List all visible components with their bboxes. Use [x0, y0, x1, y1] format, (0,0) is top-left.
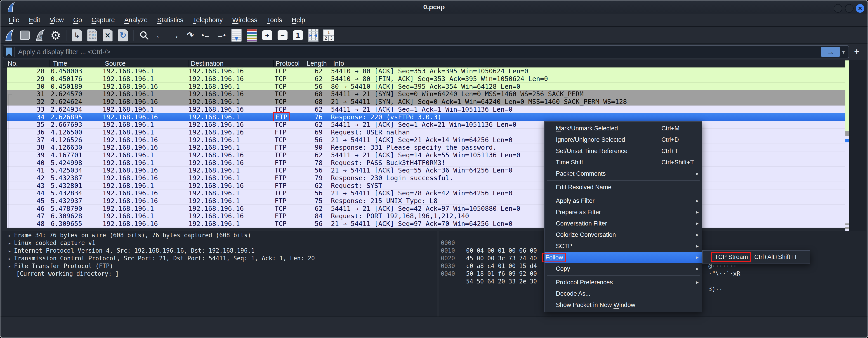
menubar-item[interactable]: Tools — [262, 13, 287, 27]
start-capture-button[interactable] — [4, 28, 16, 43]
packet-row[interactable]: 42 5.432387 192.168.196.16 192.168.196.1… — [7, 174, 845, 182]
layout-button[interactable]: 1 23 — [323, 28, 335, 43]
open-file-button[interactable]: ↳ — [71, 28, 83, 43]
restart-capture-button[interactable]: ↺ — [34, 28, 46, 43]
packet-row[interactable]: 37 4.126526 192.168.196.16 192.168.196.1… — [7, 136, 845, 144]
packet-row[interactable]: 30 0.450189 192.168.196.16 192.168.196.1… — [7, 83, 845, 90]
context-menu-item[interactable]: Conversation Filter ▸ — [545, 218, 702, 229]
context-menu-item[interactable]: Mark/Unmark Selected Ctrl+M — [545, 123, 702, 134]
detail-row[interactable]: ▸Internet Protocol Version 4, Src: 192.1… — [2, 247, 437, 254]
expand-arrow-icon[interactable]: ▸ — [8, 240, 14, 247]
packet-row[interactable]: 31 2.624570 192.168.196.1 192.168.196.16… — [7, 90, 845, 98]
packet-row[interactable]: 43 5.432801 192.168.196.1 192.168.196.16… — [7, 182, 845, 190]
menubar-item[interactable]: File — [4, 13, 24, 27]
context-menu-item[interactable]: SCTP ▸ — [545, 241, 702, 252]
detail-row[interactable]: ▸Transmission Control Protocol, Src Port… — [2, 254, 437, 262]
minimize-button[interactable] — [834, 4, 842, 13]
filter-dropdown-caret-icon[interactable]: ▾ — [842, 49, 845, 55]
column-header-destination[interactable]: Destination — [191, 60, 223, 67]
context-menu-item[interactable]: Time Shift... Ctrl+Shift+T — [545, 157, 702, 168]
packet-row[interactable]: 39 4.167701 192.168.196.1 192.168.196.16… — [7, 151, 845, 159]
detail-row[interactable]: ▸File Transfer Protocol (FTP) — [2, 262, 437, 270]
capture-options-button[interactable]: ⚙ — [50, 28, 61, 43]
zoom-100-button[interactable]: 1 — [292, 28, 304, 43]
colorize-button[interactable] — [246, 28, 258, 43]
packet-row[interactable]: 48 6.309655 192.168.196.16 192.168.196.1… — [7, 220, 845, 228]
zoom-out-button[interactable]: − — [277, 28, 288, 43]
column-header-info[interactable]: Info — [333, 60, 344, 67]
expand-arrow-icon[interactable]: ▸ — [8, 263, 14, 270]
context-menu-item[interactable]: Packet Comments ▸ — [545, 168, 702, 179]
detail-row[interactable]: ▸Linux cooked capture v1 — [2, 239, 437, 247]
context-menu-item[interactable]: Follow ▸ — [545, 252, 702, 263]
packet-row[interactable]: 47 6.309628 192.168.196.1 192.168.196.16… — [7, 213, 845, 220]
packet-row[interactable]: 38 4.126630 192.168.196.16 192.168.196.1… — [7, 144, 845, 151]
submenu-item-tcp-stream[interactable]: TCP Stream — [711, 252, 751, 262]
menubar-item[interactable]: Telephony — [188, 13, 227, 27]
go-last-packet-button[interactable]: →• — [215, 28, 227, 43]
packet-row[interactable]: 45 5.432937 192.168.196.16 192.168.196.1… — [7, 197, 845, 205]
zoom-in-button[interactable]: + — [261, 28, 273, 43]
packet-row[interactable]: 41 5.425034 192.168.196.16 192.168.196.1… — [7, 167, 845, 174]
packet-row[interactable]: 44 5.432834 192.168.196.16 192.168.196.1… — [7, 190, 845, 197]
context-menu-item[interactable]: Ignore/Unignore Selected Ctrl+D — [545, 134, 702, 145]
display-filter-input[interactable] — [18, 48, 821, 56]
packet-row[interactable]: 32 2.624624 192.168.196.16 192.168.196.1… — [7, 98, 845, 106]
expand-arrow-icon[interactable]: ▸ — [8, 247, 14, 255]
packet-row[interactable]: 28 0.450003 192.168.196.1 192.168.196.16… — [7, 67, 845, 75]
menu-label: elp — [296, 16, 305, 24]
context-menu-item[interactable]: Show Packet in New Window — [545, 299, 702, 311]
menubar-item[interactable]: Wireless — [227, 13, 262, 27]
context-menu-item[interactable]: Copy ▸ — [545, 263, 702, 274]
maximize-button[interactable] — [845, 4, 854, 13]
packet-row[interactable]: 40 5.424998 192.168.196.1 192.168.196.16… — [7, 159, 845, 167]
reload-file-button[interactable]: ↻ — [117, 28, 129, 43]
go-back-button[interactable]: ← — [154, 28, 165, 43]
scrollbar-minimap[interactable] — [845, 60, 849, 231]
context-menu-item[interactable]: Decode As... — [545, 288, 702, 299]
find-packet-button[interactable] — [138, 28, 150, 43]
detail-row[interactable]: [Current working directory: ] — [2, 270, 437, 278]
menubar-item[interactable]: Help — [287, 13, 310, 27]
menubar-item[interactable]: Go — [68, 13, 87, 27]
menubar-item[interactable]: View — [45, 13, 68, 27]
bookmark-icon[interactable] — [6, 48, 12, 56]
column-header-source[interactable]: Source — [105, 60, 126, 67]
menubar-item[interactable]: Statistics — [152, 13, 188, 27]
context-menu-item[interactable]: Apply as Filter ▸ — [545, 195, 702, 206]
expand-arrow-icon[interactable]: ▸ — [8, 232, 14, 240]
context-menu-item[interactable]: Edit Resolved Name — [545, 181, 702, 193]
packet-list-scrollbar[interactable] — [849, 60, 866, 231]
column-header-time[interactable]: Time — [53, 60, 67, 67]
menubar-item[interactable]: Analyze — [120, 13, 152, 27]
close-file-button[interactable]: × — [102, 28, 114, 43]
column-header-no[interactable]: No. — [8, 60, 18, 67]
menubar-item[interactable]: Edit — [24, 13, 45, 27]
close-button[interactable]: × — [856, 4, 864, 13]
detail-row[interactable]: ▸Frame 34: 76 bytes on wire (608 bits), … — [2, 231, 437, 239]
go-first-packet-button[interactable]: •← — [200, 28, 212, 43]
packet-row[interactable]: 36 4.126500 192.168.196.1 192.168.196.16… — [7, 129, 845, 136]
packet-row[interactable]: 34 2.626895 192.168.196.16 192.168.196.1… — [7, 113, 845, 121]
packet-row[interactable]: 29 0.450176 192.168.196.1 192.168.196.16… — [7, 75, 845, 83]
column-header-length[interactable]: Length — [307, 60, 327, 67]
auto-scroll-button[interactable]: ▼ — [230, 28, 242, 43]
context-menu-item[interactable]: Prepare as Filter ▸ — [545, 206, 702, 218]
context-menu-item[interactable]: Colorize Conversation ▸ — [545, 229, 702, 241]
column-header-protocol[interactable]: Protocol — [276, 60, 300, 67]
resize-columns-button[interactable]: ▸ ◂ — [307, 28, 319, 43]
expand-arrow-icon[interactable]: ▸ — [8, 255, 14, 263]
context-menu-item[interactable]: Protocol Preferences ▸ — [545, 277, 702, 288]
stop-capture-button[interactable] — [19, 28, 31, 43]
go-to-packet-button[interactable]: ↷ — [184, 28, 196, 43]
packet-row[interactable]: 46 5.478790 192.168.196.1 192.168.196.16… — [7, 205, 845, 213]
display-filter-field[interactable]: → ▾ — [3, 45, 849, 58]
add-filter-button[interactable]: + — [854, 47, 860, 57]
save-file-button[interactable]: 01010 01101 01110 — [86, 28, 98, 43]
packet-row[interactable]: 33 2.624934 192.168.196.1 192.168.196.16… — [7, 106, 845, 113]
packet-row[interactable]: 35 2.667693 192.168.196.1 192.168.196.16… — [7, 121, 845, 129]
go-forward-button[interactable]: → — [169, 28, 181, 43]
context-menu-item[interactable]: Set/Unset Time Reference Ctrl+T — [545, 145, 702, 157]
apply-filter-button[interactable]: → — [821, 47, 840, 57]
menubar-item[interactable]: Capture — [87, 13, 120, 27]
